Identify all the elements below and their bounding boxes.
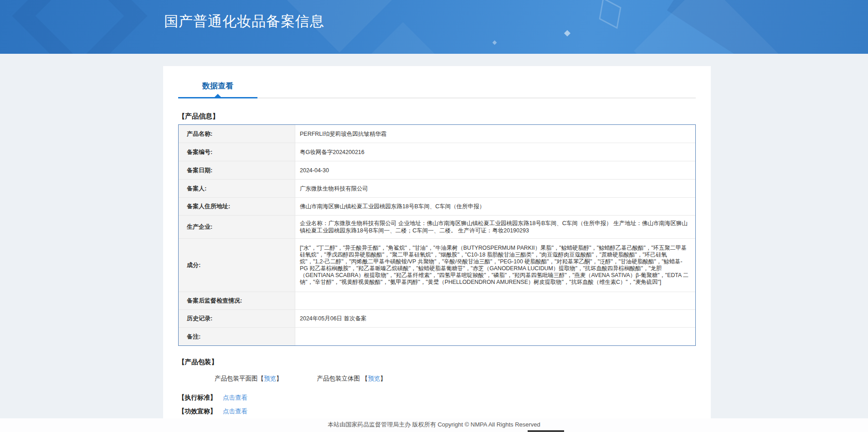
section-title-product-info: 【产品信息】 <box>178 112 696 121</box>
standard-line: 【执行标准】点击查看 <box>178 394 696 402</box>
claims-line: 【功效宣称】点击查看 <box>178 407 696 416</box>
row-label: 成分: <box>179 239 295 292</box>
tab-data-view[interactable]: 数据查看 <box>178 77 257 98</box>
packaging-stereo-preview-link[interactable]: 预览 <box>368 375 380 382</box>
header-triangle-outline-decoration <box>599 0 621 29</box>
row-label: 生产企业: <box>179 216 295 238</box>
content-card: 数据查看 【产品信息】 产品名称: PERFRLI珀斐莉玻色因抗皱精华霜 备案编… <box>163 66 711 432</box>
bottom-dark-strip <box>528 430 564 432</box>
section-title-standard: 【执行标准】 <box>178 394 216 401</box>
section-title-claims: 【功效宣称】 <box>178 407 216 415</box>
packaging-preview-line: 产品包装平面图【预览】产品包装立体图 【预览】 <box>178 375 696 383</box>
packaging-flat-preview-link[interactable]: 预览 <box>264 375 276 382</box>
claims-view-link[interactable]: 点击查看 <box>223 408 247 415</box>
table-row-filer: 备案人: 广东微肽生物科技有限公司 <box>179 180 695 198</box>
header-bottom-polygon-decoration <box>365 22 452 54</box>
page-header: 国产普通化妆品备案信息 <box>0 0 868 54</box>
table-row-remarks: 备注: <box>179 328 695 345</box>
table-row-filing-number: 备案编号: 粤G妆网备字2024200216 <box>179 143 695 161</box>
tab-bar: 数据查看 <box>178 66 696 98</box>
row-label: 备案人住所地址: <box>179 198 295 215</box>
row-value: 企业名称：广东微肽生物科技有限公司 企业地址：佛山市南海区狮山镇松夏工业园桃园东… <box>295 216 695 238</box>
row-label: 备案日期: <box>179 161 295 179</box>
table-row-manufacturer: 生产企业: 企业名称：广东微肽生物科技有限公司 企业地址：佛山市南海区狮山镇松夏… <box>179 216 695 239</box>
row-label: 备案编号: <box>179 143 295 161</box>
table-row-filing-date: 备案日期: 2024-04-30 <box>179 161 695 180</box>
row-value <box>295 328 695 345</box>
table-row-history: 历史记录: 2024年05月06日 首次备案 <box>179 310 695 328</box>
row-value: 2024年05月06日 首次备案 <box>295 310 695 327</box>
row-label: 产品名称: <box>179 125 295 143</box>
packaging-flat-label: 产品包装平面图 <box>215 375 258 382</box>
table-row-ingredients: 成分: ["水"，"丁二醇"，"异壬酸异壬酯"，"角鲨烷"，"甘油"，"牛油果树… <box>179 239 695 292</box>
footer-copyright-text: 本站由国家药品监督管理局主办 版权所有 Copyright © NMPA All… <box>328 421 540 428</box>
page-footer: 本站由国家药品监督管理局主办 版权所有 Copyright © NMPA All… <box>0 418 868 432</box>
row-label: 备案后监督检查情况: <box>179 292 295 309</box>
table-row-filer-address: 备案人住所地址: 佛山市南海区狮山镇松夏工业园桃园东路18号B车间、C车间（住所… <box>179 198 695 216</box>
packaging-stereo-bracket-close: 】 <box>380 375 386 382</box>
header-tiny-dot-decoration <box>493 41 497 45</box>
packaging-stereo-label: 产品包装立体图 <box>317 375 362 382</box>
row-value: 佛山市南海区狮山镇松夏工业园桃园东路18号B车间、C车间（住所申报） <box>295 198 695 215</box>
row-label: 备案人: <box>179 180 295 197</box>
packaging-stereo-bracket-open: 【 <box>362 375 368 382</box>
row-value: ["水"，"丁二醇"，"异壬酸异壬酯"，"角鲨烷"，"甘油"，"牛油果树（BUT… <box>295 239 695 292</box>
section-title-packaging: 【产品包装】 <box>178 358 696 366</box>
tab-active-caret-icon <box>215 94 221 97</box>
page-title: 国产普通化妆品备案信息 <box>164 12 324 31</box>
row-value: 2024-04-30 <box>295 161 695 179</box>
row-value <box>295 292 695 309</box>
tab-data-view-label: 数据查看 <box>202 81 233 91</box>
header-diamond-outline-decoration <box>12 0 148 54</box>
row-label: 历史记录: <box>179 310 295 327</box>
table-row-product-name: 产品名称: PERFRLI珀斐莉玻色因抗皱精华霜 <box>179 125 695 143</box>
table-row-supervision: 备案后监督检查情况: <box>179 292 695 310</box>
product-info-table: 产品名称: PERFRLI珀斐莉玻色因抗皱精华霜 备案编号: 粤G妆网备字202… <box>178 124 696 346</box>
row-value: 粤G妆网备字2024200216 <box>295 143 695 161</box>
header-small-dot-decoration <box>564 30 570 36</box>
packaging-flat-bracket-close: 】 <box>276 375 282 382</box>
packaging-flat-bracket-open: 【 <box>258 375 264 382</box>
row-label: 备注: <box>179 328 295 345</box>
row-value: PERFRLI珀斐莉玻色因抗皱精华霜 <box>295 125 695 143</box>
row-value: 广东微肽生物科技有限公司 <box>295 180 695 197</box>
standard-view-link[interactable]: 点击查看 <box>223 394 247 401</box>
